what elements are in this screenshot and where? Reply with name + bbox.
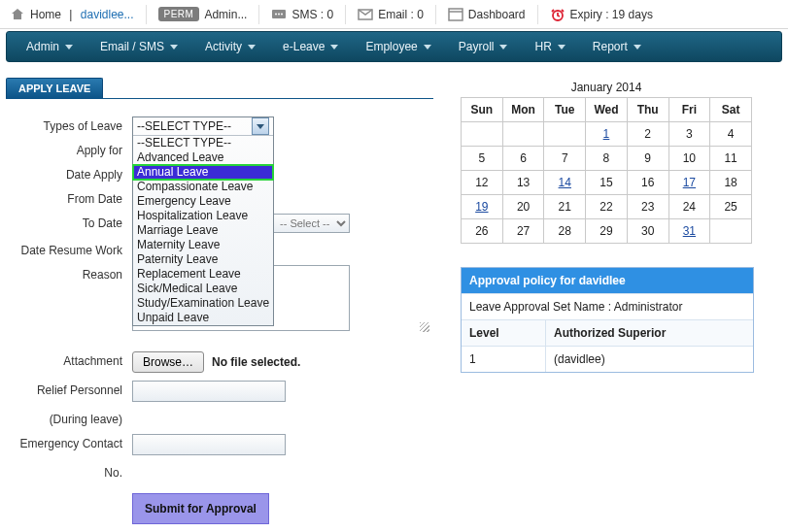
calendar-day[interactable]: 3	[668, 122, 710, 147]
leave-type-option[interactable]: Paternity Leave	[133, 252, 273, 267]
calendar-dow: Wed	[586, 98, 628, 122]
calendar-day[interactable]: 22	[586, 195, 628, 219]
nav-item-admin[interactable]: Admin	[13, 32, 86, 61]
perm-crumb[interactable]: PERM Admin...	[154, 7, 252, 21]
leave-type-option[interactable]: Advanced Leave	[133, 150, 273, 165]
email-icon	[358, 7, 373, 22]
expiry-crumb[interactable]: Expiry : 19 days	[546, 7, 657, 22]
label-from-date: From Date	[6, 189, 132, 206]
calendar-day[interactable]: 27	[502, 219, 544, 244]
calendar-day[interactable]: 4	[710, 122, 752, 147]
calendar-day[interactable]: 11	[710, 147, 752, 171]
nav-item-activity[interactable]: Activity	[191, 32, 269, 61]
calendar-day[interactable]: 30	[627, 219, 668, 244]
leave-type-option[interactable]: Maternity Leave	[133, 238, 273, 252]
separator	[537, 5, 538, 24]
calendar-day[interactable]: 12	[462, 171, 503, 195]
chevron-down-icon	[330, 45, 338, 50]
leave-type-option[interactable]: Emergency Leave	[133, 194, 273, 209]
nav-item-employee[interactable]: Employee	[352, 32, 444, 61]
leave-type-option[interactable]: Compassionate Leave	[133, 180, 273, 194]
resize-grip-icon[interactable]	[420, 322, 429, 332]
nav-label: e-Leave	[283, 40, 325, 53]
separator	[258, 5, 259, 24]
calendar-day[interactable]: 14	[544, 171, 586, 195]
policy-col-level: Level	[462, 320, 546, 346]
calendar-day[interactable]: 10	[668, 147, 710, 171]
label-date-apply: Date Apply	[6, 165, 132, 182]
sms-label: SMS : 0	[291, 8, 333, 21]
calendar-day[interactable]: 9	[627, 147, 668, 171]
calendar-day-link[interactable]: 14	[559, 176, 571, 189]
chevron-down-icon	[424, 45, 431, 50]
calendar-day[interactable]: 5	[462, 147, 503, 171]
nav-label: Report	[593, 40, 628, 53]
chevron-down-icon	[65, 45, 73, 50]
leave-type-option[interactable]: Sick/Medical Leave	[133, 282, 273, 296]
label-during: (During leave)	[6, 410, 132, 426]
calendar-day[interactable]: 28	[544, 219, 586, 244]
leave-type-option[interactable]: Hospitalization Leave	[133, 209, 273, 223]
calendar-day[interactable]: 20	[502, 195, 544, 219]
calendar-day[interactable]: 7	[544, 147, 586, 171]
user-link[interactable]: davidlee...	[81, 8, 134, 21]
chevron-down-icon[interactable]	[252, 117, 269, 135]
policy-title: Approval policy for davidlee	[462, 268, 753, 293]
policy-row: 1(davidlee)	[462, 346, 753, 372]
types-of-leave-select[interactable]: --SELECT TYPE-- --SELECT TYPE--Advanced …	[132, 116, 274, 326]
calendar-day[interactable]: 24	[668, 195, 710, 219]
calendar-day[interactable]: 31	[668, 219, 710, 244]
calendar-day-link[interactable]: 17	[683, 176, 696, 189]
calendar-day[interactable]: 26	[462, 219, 503, 244]
nav-item-email-sms[interactable]: Email / SMS	[86, 32, 191, 61]
calendar-day[interactable]: 13	[502, 171, 544, 195]
relief-input[interactable]	[132, 381, 286, 402]
dashboard-label: Dashboard	[468, 8, 526, 21]
svg-rect-5	[449, 9, 463, 20]
nav-item-payroll[interactable]: Payroll	[445, 32, 522, 61]
emergency-contact-input[interactable]	[132, 434, 286, 455]
policy-level: 1	[462, 347, 546, 372]
home-crumb[interactable]: Home | davidlee...	[6, 7, 138, 22]
home-icon	[10, 7, 25, 22]
calendar-day[interactable]: 8	[586, 147, 628, 171]
nav-label: HR	[534, 40, 551, 53]
file-selected-label: No file selected.	[212, 355, 300, 369]
calendar-day[interactable]: 17	[668, 171, 710, 195]
browse-button[interactable]: Browse…	[132, 351, 204, 373]
calendar-day[interactable]: 25	[710, 195, 752, 219]
leave-type-option[interactable]: Unpaid Leave	[133, 311, 273, 325]
email-crumb[interactable]: Email : 0	[354, 7, 428, 22]
sms-crumb[interactable]: SMS : 0	[267, 7, 337, 22]
calendar-day[interactable]: 1	[586, 122, 628, 147]
calendar-day-link[interactable]: 31	[683, 224, 696, 238]
panel-title: APPLY LEAVE	[6, 78, 103, 98]
calendar-day[interactable]: 19	[462, 195, 503, 219]
calendar-day[interactable]: 15	[586, 171, 628, 195]
leave-type-option[interactable]: Annual Leave	[133, 165, 273, 180]
calendar-table: SunMonTueWedThuFriSat 123456789101112131…	[461, 97, 752, 244]
calendar-day[interactable]: 18	[710, 171, 752, 195]
nav-item-hr[interactable]: HR	[521, 32, 578, 61]
to-date-time-select[interactable]: -- Select --	[272, 214, 350, 233]
nav-label: Employee	[365, 40, 417, 53]
calendar-day[interactable]: 29	[586, 219, 628, 244]
leave-type-option[interactable]: Study/Examination Leave	[133, 296, 273, 311]
calendar-day-link[interactable]: 19	[475, 200, 488, 214]
separator	[345, 5, 346, 24]
leave-type-option[interactable]: --SELECT TYPE--	[133, 136, 273, 150]
nav-item-report[interactable]: Report	[579, 32, 655, 61]
leave-type-option[interactable]: Marriage Leave	[133, 223, 273, 238]
calendar-day-link[interactable]: 1	[603, 127, 610, 141]
calendar-day[interactable]: 2	[627, 122, 668, 147]
dashboard-crumb[interactable]: Dashboard	[444, 7, 530, 22]
calendar-day[interactable]: 23	[627, 195, 668, 219]
nav-item-e-leave[interactable]: e-Leave	[269, 32, 352, 61]
calendar-day[interactable]: 21	[544, 195, 586, 219]
calendar-dow: Tue	[544, 98, 586, 122]
calendar-day[interactable]: 16	[627, 171, 668, 195]
leave-type-option[interactable]: Replacement Leave	[133, 267, 273, 282]
admin-label: Admin...	[204, 8, 247, 21]
submit-for-approval-button[interactable]: Submit for Approval	[132, 493, 269, 524]
calendar-day[interactable]: 6	[502, 147, 544, 171]
